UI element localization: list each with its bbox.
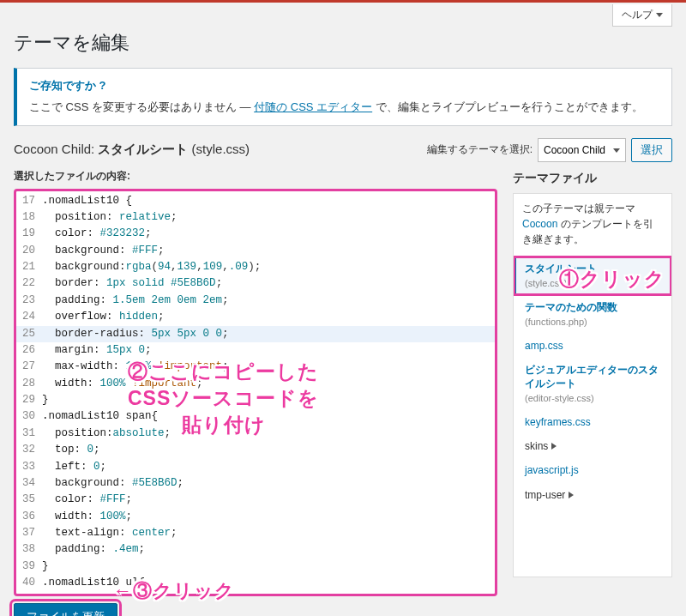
code-content[interactable]: padding: .4em; — [42, 541, 495, 558]
code-content[interactable]: top: 0; — [42, 442, 495, 458]
theme-note-link[interactable]: Cocoon — [522, 218, 557, 230]
code-line[interactable]: 32 top: 0; — [16, 442, 495, 458]
theme-note-before: この子テーマは親テーマ — [522, 202, 635, 214]
code-content[interactable]: } — [42, 559, 495, 575]
code-content[interactable]: position:absolute; — [42, 426, 495, 442]
code-line[interactable]: 36 width: 100%; — [16, 509, 495, 525]
code-content[interactable]: .nomadList10 span{ — [42, 408, 495, 425]
code-editor[interactable]: 17.nomadList10 {18 position: relative;19… — [16, 191, 495, 594]
code-line[interactable]: 39} — [16, 559, 495, 575]
file-list-item[interactable]: テーマのための関数(functions.php) — [514, 295, 671, 334]
page-title: テーマを編集 — [0, 27, 686, 68]
file-title: スタイルシート — [98, 142, 188, 156]
code-line[interactable]: 31 position:absolute; — [16, 426, 495, 442]
code-content[interactable]: max-width: 100% !important; — [42, 359, 495, 375]
code-line[interactable]: 24 overflow: hidden; — [16, 309, 495, 325]
code-content[interactable]: color: #FFF; — [42, 492, 495, 508]
code-line[interactable]: 38 padding: .4em; — [16, 541, 495, 558]
editor-highlight-box: 17.nomadList10 {18 position: relative;19… — [14, 189, 497, 596]
theme-select[interactable]: Cocoon Child — [538, 138, 626, 162]
code-line[interactable]: 21 background:rgba(94,139,109,.09); — [16, 259, 495, 275]
code-line[interactable]: 18 position: relative; — [16, 209, 495, 226]
code-line[interactable]: 28 width: 100% !important; — [16, 376, 495, 392]
code-content[interactable]: left: 0; — [42, 459, 495, 475]
file-list-item[interactable]: javascript.js — [514, 458, 671, 482]
file-link[interactable]: keyframes.css — [525, 416, 591, 428]
code-line[interactable]: 30.nomadList10 span{ — [16, 408, 495, 425]
code-content[interactable]: background: #5E8B6D; — [42, 475, 495, 492]
file-list-item[interactable]: skins — [514, 434, 671, 458]
code-line[interactable]: 29} — [16, 392, 495, 408]
notice-link[interactable]: 付随の CSS エディター — [254, 100, 372, 113]
line-number: 18 — [16, 209, 42, 226]
help-label: ヘルプ — [622, 8, 653, 22]
code-content[interactable]: .nomadList10 { — [42, 193, 495, 209]
code-content[interactable]: overflow: hidden; — [42, 309, 495, 325]
code-content[interactable]: .nomadList10 ul{ — [42, 575, 495, 591]
code-line[interactable]: 17.nomadList10 { — [16, 193, 495, 209]
code-content[interactable]: margin: 0; — [42, 592, 495, 594]
code-line[interactable]: 33 left: 0; — [16, 459, 495, 475]
code-line[interactable]: 23 padding: 1.5em 2em 0em 2em; — [16, 293, 495, 309]
code-line[interactable]: 27 max-width: 100% !important; — [16, 359, 495, 375]
code-content[interactable]: background: #FFF; — [42, 243, 495, 259]
line-number: 20 — [16, 243, 42, 259]
code-content[interactable]: width: 100%; — [42, 509, 495, 525]
file-list-item[interactable]: amp.css — [514, 334, 671, 358]
subheader-left: Cocoon Child: スタイルシート (style.css) — [14, 142, 250, 158]
code-line[interactable]: 19 color: #323232; — [16, 226, 495, 242]
line-number: 35 — [16, 492, 42, 508]
file-link[interactable]: スタイルシート — [525, 263, 597, 275]
chevron-right-icon — [551, 443, 557, 450]
code-line[interactable]: 22 border: 1px solid #5E8B6D; — [16, 275, 495, 292]
code-content[interactable]: border-radius: 5px 5px 0 0; — [42, 326, 495, 342]
help-button[interactable]: ヘルプ — [612, 4, 672, 27]
theme-select-label: 編集するテーマを選択: — [427, 142, 533, 157]
code-line[interactable]: 34 background: #5E8B6D; — [16, 475, 495, 492]
code-content[interactable]: width: 100% !important; — [42, 376, 495, 392]
file-link[interactable]: テーマのための関数 — [525, 301, 617, 313]
line-number: 41 — [16, 592, 42, 594]
select-button[interactable]: 選択 — [631, 138, 672, 162]
file-sub: (editor-style.css) — [525, 392, 663, 405]
code-line[interactable]: 40.nomadList10 ul{ — [16, 575, 495, 591]
selected-file-label: 選択したファイルの内容: — [14, 169, 497, 184]
help-row: ヘルプ — [0, 3, 686, 27]
code-line[interactable]: 35 color: #FFF; — [16, 492, 495, 508]
theme-files-title: テーマファイル — [513, 169, 672, 186]
code-content[interactable]: position: relative; — [42, 209, 495, 226]
code-content[interactable]: } — [42, 392, 495, 408]
line-number: 33 — [16, 459, 42, 475]
file-paren: (style.css) — [192, 142, 250, 156]
chevron-right-icon — [569, 492, 574, 498]
file-list-item[interactable]: ビジュアルエディターのスタイルシート(editor-style.css) — [514, 358, 671, 410]
code-content[interactable]: border: 1px solid #5E8B6D; — [42, 275, 495, 292]
code-content[interactable]: padding: 1.5em 2em 0em 2em; — [42, 293, 495, 309]
folder-item[interactable]: skins — [525, 439, 663, 453]
line-number: 29 — [16, 392, 42, 408]
code-content[interactable]: color: #323232; — [42, 226, 495, 242]
folder-item[interactable]: tmp-user — [525, 488, 663, 502]
file-link[interactable]: ビジュアルエディターのスタイルシート — [525, 364, 659, 390]
line-number: 22 — [16, 275, 42, 292]
notice-text-before: ここで CSS を変更する必要はありません — — [29, 100, 254, 113]
theme-name-prefix: Cocoon Child: — [14, 142, 98, 156]
code-content[interactable]: text-align: center; — [42, 525, 495, 541]
code-line[interactable]: 26 margin: 15px 0; — [16, 342, 495, 359]
line-number: 21 — [16, 259, 42, 275]
code-line[interactable]: 37 text-align: center; — [16, 525, 495, 541]
line-number: 34 — [16, 475, 42, 492]
update-file-button[interactable]: ファイルを更新 — [14, 603, 117, 616]
file-list-item[interactable]: スタイルシート(style.css) — [514, 257, 671, 295]
file-list-item[interactable]: tmp-user — [514, 483, 671, 507]
code-content[interactable]: margin: 15px 0; — [42, 342, 495, 359]
code-line[interactable]: 41 margin: 0; — [16, 592, 495, 594]
file-link[interactable]: javascript.js — [525, 464, 579, 476]
file-link[interactable]: amp.css — [525, 340, 563, 352]
theme-note: この子テーマは親テーマ Cocoon のテンプレートを引き継ぎます。 — [514, 194, 671, 257]
file-list-item[interactable]: keyframes.css — [514, 410, 671, 434]
line-number: 27 — [16, 359, 42, 375]
code-line[interactable]: 25 border-radius: 5px 5px 0 0; — [16, 326, 495, 342]
code-line[interactable]: 20 background: #FFF; — [16, 243, 495, 259]
code-content[interactable]: background:rgba(94,139,109,.09); — [42, 259, 495, 275]
